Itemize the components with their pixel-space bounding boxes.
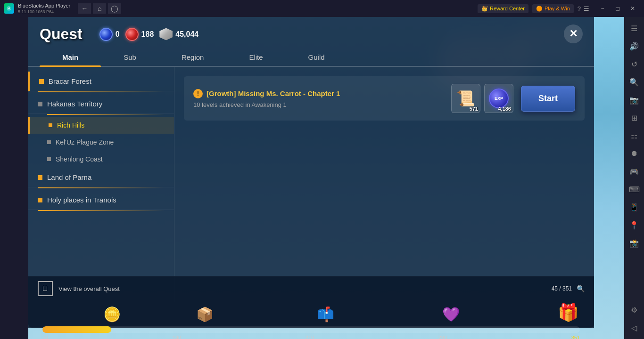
quest-close-button[interactable]: ✕ <box>564 24 583 43</box>
help-menu-icons: ? ☰ <box>578 5 589 12</box>
quest-main-area: ! [Growth] Missing Ms. Carrot - Chapter … <box>174 67 594 302</box>
silver-value: 45,044 <box>175 30 198 39</box>
red-gem-icon <box>125 28 139 41</box>
side-location-icon[interactable]: 📍 <box>627 218 642 233</box>
subregion-marker-shenlong <box>47 157 51 161</box>
side-expand-icon[interactable]: ☰ <box>627 21 642 36</box>
region-marker-bracar <box>39 79 44 84</box>
tab-main[interactable]: Main <box>40 48 101 66</box>
side-record-icon[interactable]: ⏺ <box>627 146 642 161</box>
bookmark-button[interactable]: ◯ <box>108 3 121 14</box>
silver-icon <box>159 28 173 40</box>
quest-tabs: Main Sub Region Elite Guild <box>28 48 594 67</box>
exp-image: EXP <box>489 89 509 108</box>
home-button[interactable]: ⌂ <box>93 3 106 14</box>
side-refresh-icon[interactable]: ↺ <box>627 56 642 72</box>
sidebar-item-hakanas[interactable]: Hakanas Territory <box>28 94 174 114</box>
crown-icon: 👑 <box>481 6 488 12</box>
overall-quest-icon: 🗒 <box>38 281 53 296</box>
start-quest-button[interactable]: Start <box>521 86 575 112</box>
progress-section: 🪙 📦 📫 💜 🎁 70 <box>38 300 585 339</box>
sidebar-item-land-of-parna[interactable]: Land of Parna <box>28 168 174 187</box>
quest-header: Quest 0 188 45,044 ✕ <box>28 17 594 43</box>
tab-guild[interactable]: Guild <box>286 48 347 66</box>
nav-buttons[interactable]: ← ⌂ ◯ <box>78 3 121 14</box>
side-layers-icon[interactable]: ⊞ <box>627 110 642 125</box>
side-gyro-icon[interactable]: 📱 <box>627 200 642 215</box>
close-window-button[interactable]: ✕ <box>625 2 640 15</box>
blue-gem-currency: 0 <box>99 28 120 41</box>
sidebar-item-bracar-forest[interactable]: Bracar Forest <box>28 72 174 91</box>
milestone-70: 70 <box>42 335 48 339</box>
side-panel: ☰ 🔊 ↺ 🔍 📷 ⊞ ⚏ ⏺ 🎮 ⌨ 📱 📍 📸 ⚙ ◁ <box>624 17 644 339</box>
tab-sub[interactable]: Sub <box>101 48 159 66</box>
exp-count: 4,186 <box>498 106 511 112</box>
blue-gem-value: 0 <box>116 30 120 39</box>
milestone-280: 280 <box>438 335 447 339</box>
back-button[interactable]: ← <box>78 3 91 14</box>
chest-5: 🎁 <box>558 303 579 323</box>
blue-gem-icon <box>99 28 113 41</box>
window-controls: − ◻ ✕ <box>595 2 640 15</box>
quest-title: Quest <box>40 25 83 43</box>
help-icon[interactable]: ? <box>578 5 581 12</box>
quest-item-card: ! [Growth] Missing Ms. Carrot - Chapter … <box>184 76 585 121</box>
orange-circle-icon: 🟠 <box>536 6 543 12</box>
scroll-image: 📜 <box>456 89 476 108</box>
sidebar-item-shenlong[interactable]: Shenlong Coast <box>28 151 174 168</box>
magnify-icon[interactable]: 🔍 <box>577 285 585 292</box>
side-volume-icon[interactable]: 🔊 <box>627 39 642 54</box>
minimize-button[interactable]: − <box>595 2 610 15</box>
subregion-label-rich-hills: Rich Hills <box>57 121 84 129</box>
menu-icon[interactable]: ☰ <box>584 5 589 12</box>
progress-bar-fill <box>42 326 111 333</box>
side-screenshot-icon[interactable]: 📷 <box>627 92 642 107</box>
region-label-bracar: Bracar Forest <box>49 77 91 85</box>
chest-4: 💜 <box>442 306 460 323</box>
quest-item-title-text: [Growth] Missing Ms. Carrot - Chapter 1 <box>206 89 340 97</box>
sidebar-item-keluz[interactable]: Kel'Uz Plague Zone <box>28 134 174 151</box>
bracar-underline <box>38 91 165 92</box>
progress-bar-wrapper: 70 140 210 280 351 <box>38 326 585 339</box>
tab-elite[interactable]: Elite <box>226 48 285 66</box>
sidebar-item-rich-hills[interactable]: Rich Hills <box>28 117 174 134</box>
overall-quest-label: View the overall Quest <box>58 285 120 292</box>
side-back-icon[interactable]: ◁ <box>627 320 642 335</box>
exp-orb: EXP <box>489 89 509 108</box>
titlebar: B BlueStacks App Player 5.11.100.1063 P6… <box>0 0 644 17</box>
region-label-holy: Holy places in Tranois <box>47 196 116 204</box>
chest-2: 📦 <box>196 306 214 323</box>
side-search-icon[interactable]: 🔍 <box>627 74 642 89</box>
quest-bottom: 🗒 View the overall Quest 45 / 351 🔍 🪙 📦 <box>28 276 594 328</box>
holy-underline <box>38 210 165 211</box>
subregion-marker-rich-hills <box>49 123 52 127</box>
overall-quest-row[interactable]: 🗒 View the overall Quest 45 / 351 🔍 <box>38 281 585 296</box>
side-keyboard-icon[interactable]: ⌨ <box>627 182 642 197</box>
red-gem-currency: 188 <box>125 28 154 41</box>
milestone-351: 351 <box>571 335 580 339</box>
side-gamepad-icon[interactable]: 🎮 <box>627 164 642 179</box>
currency-row: 0 188 45,044 <box>99 28 199 41</box>
progress-label: 45 / 351 <box>552 285 572 292</box>
reward-exp: EXP 4,186 <box>484 84 513 113</box>
milestone-210: 210 <box>305 335 314 339</box>
reward-scroll: 📜 571 <box>451 84 480 113</box>
tab-region[interactable]: Region <box>159 48 227 66</box>
red-gem-value: 188 <box>141 30 154 39</box>
side-settings-icon[interactable]: ⚙ <box>627 302 642 317</box>
sidebar-item-holy-places[interactable]: Holy places in Tranois <box>28 190 174 210</box>
quest-content: Bracar Forest Hakanas Territory Rich Hil… <box>28 67 594 302</box>
reward-center-button[interactable]: 👑 Reward Center <box>478 4 528 13</box>
scroll-count: 571 <box>470 106 478 112</box>
chests-container: 🪙 📦 📫 💜 🎁 <box>38 300 585 324</box>
side-grid-icon[interactable]: ⚏ <box>627 128 642 143</box>
side-camera-icon[interactable]: 📸 <box>627 235 642 250</box>
quest-alert-icon: ! <box>193 89 203 98</box>
restore-button[interactable]: ◻ <box>610 2 625 15</box>
silver-currency: 45,044 <box>159 28 198 40</box>
play-win-button[interactable]: 🟠 Play & Win <box>532 4 574 13</box>
titlebar-right: 👑 Reward Center 🟠 Play & Win ? ☰ − ◻ ✕ <box>478 2 640 15</box>
progress-bar-container <box>42 326 580 333</box>
game-area: Quest 0 188 45,044 ✕ <box>28 17 624 339</box>
quest-panel: Quest 0 188 45,044 ✕ <box>28 17 594 328</box>
